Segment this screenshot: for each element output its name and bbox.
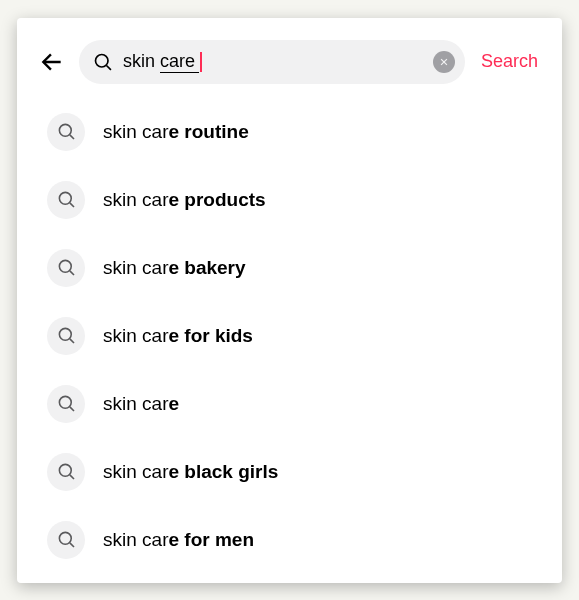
suggestion-item[interactable]: skin care <box>47 370 542 438</box>
back-button[interactable] <box>37 47 67 77</box>
search-icon <box>47 317 85 355</box>
search-screen: Search skin care routine skin care produ… <box>17 18 562 583</box>
search-header: Search <box>37 40 542 84</box>
svg-line-10 <box>69 271 73 275</box>
suggestion-text: skin care products <box>103 189 266 211</box>
svg-point-17 <box>59 532 71 544</box>
svg-point-5 <box>59 124 71 136</box>
suggestion-text: skin care black girls <box>103 461 278 483</box>
suggestion-item[interactable]: skin care for kids <box>47 302 542 370</box>
svg-line-16 <box>69 475 73 479</box>
svg-point-13 <box>59 396 71 408</box>
search-icon <box>47 521 85 559</box>
suggestion-text: skin care for kids <box>103 325 253 347</box>
svg-line-12 <box>69 339 73 343</box>
suggestions-list: skin care routine skin care products ski… <box>37 98 542 574</box>
clear-button[interactable] <box>433 51 455 73</box>
search-action-button[interactable]: Search <box>477 51 542 72</box>
suggestion-item[interactable]: skin care routine <box>47 98 542 166</box>
svg-point-1 <box>96 54 109 67</box>
svg-line-14 <box>69 407 73 411</box>
search-input-wrap <box>123 51 423 72</box>
arrow-left-icon <box>39 49 65 75</box>
search-icon <box>47 385 85 423</box>
suggestion-item[interactable]: skin care for men <box>47 506 542 574</box>
search-icon <box>47 453 85 491</box>
search-icon <box>93 52 113 72</box>
search-icon <box>47 113 85 151</box>
svg-line-6 <box>69 135 73 139</box>
suggestion-item[interactable]: skin care products <box>47 166 542 234</box>
suggestion-text: skin care routine <box>103 121 249 143</box>
svg-line-2 <box>107 65 111 69</box>
search-bar <box>79 40 465 84</box>
svg-point-9 <box>59 260 71 272</box>
suggestion-item[interactable]: skin care black girls <box>47 438 542 506</box>
search-icon <box>47 249 85 287</box>
suggestion-text: skin care bakery <box>103 257 246 279</box>
suggestion-text: skin care for men <box>103 529 254 551</box>
svg-line-8 <box>69 203 73 207</box>
autocorrect-underline <box>160 72 199 73</box>
search-icon <box>47 181 85 219</box>
suggestion-item[interactable]: skin care bakery <box>47 234 542 302</box>
svg-point-7 <box>59 192 71 204</box>
svg-line-18 <box>69 543 73 547</box>
text-caret <box>200 52 202 72</box>
svg-point-11 <box>59 328 71 340</box>
close-icon <box>439 57 449 67</box>
svg-point-15 <box>59 464 71 476</box>
suggestion-text: skin care <box>103 393 179 415</box>
search-input[interactable] <box>123 51 423 72</box>
